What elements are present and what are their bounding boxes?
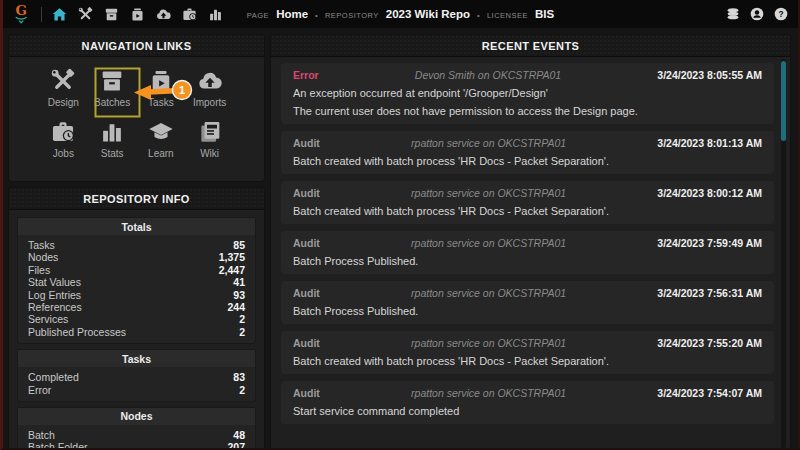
repo-stat-value: 48 bbox=[233, 429, 245, 441]
event-card: ErrorDevon Smith on OKCSTRPA013/24/2023 … bbox=[281, 63, 774, 124]
event-type: Audit bbox=[293, 237, 320, 249]
breadcrumb-repo-label: REPOSITORY bbox=[325, 11, 379, 20]
event-message: Start service command completed bbox=[293, 405, 762, 417]
main-content: NAVIGATION LINKS DesignBatchesTasksImpor… bbox=[3, 28, 798, 450]
recent-events-body: ErrorDevon Smith on OKCSTRPA013/24/2023 … bbox=[271, 57, 790, 450]
repo-stat-value: 2 bbox=[239, 313, 245, 325]
event-card: Auditrpatton service on OKCSTRPA013/24/2… bbox=[281, 281, 774, 324]
repo-stat-label: Batch Folder bbox=[28, 441, 88, 450]
navigation-links-panel: NAVIGATION LINKS DesignBatchesTasksImpor… bbox=[9, 35, 264, 181]
repo-stat-row: Batch Folder207 bbox=[28, 441, 245, 450]
database-icon[interactable] bbox=[725, 6, 741, 22]
repo-section-totals: TotalsTasks85Nodes1,375Files2,447Stat Va… bbox=[18, 218, 255, 343]
repo-section-rows: Batch48Batch Folder207 bbox=[18, 425, 255, 450]
events-scrollbar-track[interactable] bbox=[781, 59, 786, 448]
home-icon[interactable] bbox=[51, 6, 68, 23]
nav-item-label: Design bbox=[48, 97, 79, 108]
repo-stat-row: Error2 bbox=[28, 384, 245, 396]
divider bbox=[41, 7, 42, 22]
event-type: Audit bbox=[293, 287, 320, 299]
event-message: Batch created with batch process 'HR Doc… bbox=[293, 355, 762, 367]
event-type: Audit bbox=[293, 137, 320, 149]
repository-info-body: TotalsTasks85Nodes1,375Files2,447Stat Va… bbox=[9, 210, 264, 450]
grooper-logo[interactable]: G bbox=[12, 2, 32, 26]
nav-item-label: Imports bbox=[193, 97, 226, 108]
repo-section-tasks: TasksCompleted83Error2 bbox=[18, 350, 255, 401]
repo-stat-label: Services bbox=[28, 313, 68, 325]
event-card: Auditrpatton service on OKCSTRPA013/24/2… bbox=[281, 131, 774, 174]
nav-item-stats[interactable]: Stats bbox=[88, 118, 137, 159]
event-type: Audit bbox=[293, 337, 320, 349]
event-timestamp: 3/24/2023 7:56:31 AM bbox=[657, 287, 762, 299]
nav-item-label: Stats bbox=[101, 148, 124, 159]
tasks-icon[interactable] bbox=[129, 6, 146, 23]
breadcrumb-licensee-value: BIS bbox=[535, 8, 554, 20]
recent-events-panel: RECENT EVENTS ErrorDevon Smith on OKCSTR… bbox=[271, 35, 790, 450]
design-icon[interactable] bbox=[77, 6, 94, 23]
nav-item-batches[interactable]: Batches bbox=[88, 67, 137, 108]
event-user: rpatton service on OKCSTRPA01 bbox=[320, 387, 657, 399]
event-user: rpatton service on OKCSTRPA01 bbox=[320, 187, 657, 199]
nav-item-wiki[interactable]: Wiki bbox=[185, 118, 234, 159]
repo-section-rows: Completed83Error2 bbox=[18, 367, 255, 401]
repo-section-title: Totals bbox=[18, 218, 255, 235]
repo-stat-row: Files2,447 bbox=[28, 264, 245, 276]
repo-stat-value: 2 bbox=[239, 326, 245, 338]
imports-icon[interactable] bbox=[155, 6, 172, 23]
event-type: Error bbox=[293, 69, 319, 81]
jobs-icon[interactable] bbox=[181, 6, 198, 23]
repo-stat-value: 41 bbox=[233, 276, 245, 288]
events-scrollbar-thumb[interactable] bbox=[781, 61, 786, 141]
repo-stat-label: Tasks bbox=[28, 239, 55, 251]
repo-stat-label: References bbox=[28, 301, 82, 313]
nav-item-learn[interactable]: Learn bbox=[137, 118, 186, 159]
repo-stat-row: Log Entries93 bbox=[28, 289, 245, 301]
repo-stat-row: References244 bbox=[28, 301, 245, 313]
repo-stat-value: 207 bbox=[227, 441, 245, 450]
batches-icon[interactable] bbox=[103, 6, 120, 23]
repo-stat-value: 2,447 bbox=[219, 264, 245, 276]
repo-section-title: Tasks bbox=[18, 350, 255, 367]
repo-stat-label: Nodes bbox=[28, 251, 58, 263]
breadcrumb-licensee-label: LICENSEE bbox=[487, 11, 528, 20]
nav-item-design[interactable]: Design bbox=[39, 67, 88, 108]
jobs-icon bbox=[49, 118, 77, 146]
event-card: Auditrpatton service on OKCSTRPA013/24/2… bbox=[281, 181, 774, 224]
repo-stat-value: 85 bbox=[233, 239, 245, 251]
nav-item-label: Tasks bbox=[148, 97, 174, 108]
nav-item-jobs[interactable]: Jobs bbox=[39, 118, 88, 159]
repo-stat-value: 244 bbox=[227, 301, 245, 313]
event-timestamp: 3/24/2023 7:55:20 AM bbox=[657, 337, 762, 349]
event-timestamp: 3/24/2023 8:00:12 AM bbox=[657, 187, 762, 199]
help-icon[interactable]: ? bbox=[773, 6, 789, 22]
event-user: Devon Smith on OKCSTRPA01 bbox=[319, 69, 658, 81]
account-icon[interactable] bbox=[749, 6, 765, 22]
nav-item-label: Wiki bbox=[200, 148, 219, 159]
nav-item-label: Batches bbox=[94, 97, 130, 108]
event-user: rpatton service on OKCSTRPA01 bbox=[320, 337, 657, 349]
repo-stat-value: 2 bbox=[239, 384, 245, 396]
event-message: Batch created with batch process 'HR Doc… bbox=[293, 205, 762, 217]
repo-section-nodes: NodesBatch48Batch Folder207 bbox=[18, 408, 255, 450]
nav-item-label: Jobs bbox=[53, 148, 74, 159]
batches-icon bbox=[98, 67, 126, 95]
nav-item-imports[interactable]: Imports bbox=[185, 67, 234, 108]
tasks-icon bbox=[147, 67, 175, 95]
nav-item-tasks[interactable]: Tasks bbox=[137, 67, 186, 108]
stats-icon[interactable] bbox=[207, 6, 224, 23]
repo-stat-row: Completed83 bbox=[28, 371, 245, 383]
learn-icon bbox=[147, 118, 175, 146]
repo-stat-row: Batch48 bbox=[28, 429, 245, 441]
event-user: rpatton service on OKCSTRPA01 bbox=[320, 237, 657, 249]
repo-stat-row: Published Processes2 bbox=[28, 326, 245, 338]
event-card: Auditrpatton service on OKCSTRPA013/24/2… bbox=[281, 381, 774, 424]
repo-stat-value: 83 bbox=[233, 371, 245, 383]
event-user: rpatton service on OKCSTRPA01 bbox=[320, 137, 657, 149]
imports-icon bbox=[196, 67, 224, 95]
breadcrumb-page-label: PAGE bbox=[247, 11, 269, 20]
breadcrumb-page-value: Home bbox=[276, 8, 308, 20]
svg-text:?: ? bbox=[778, 9, 783, 19]
design-icon bbox=[49, 67, 77, 95]
repository-info-panel: REPOSITORY INFO TotalsTasks85Nodes1,375F… bbox=[9, 188, 264, 450]
event-timestamp: 3/24/2023 8:01:13 AM bbox=[657, 137, 762, 149]
